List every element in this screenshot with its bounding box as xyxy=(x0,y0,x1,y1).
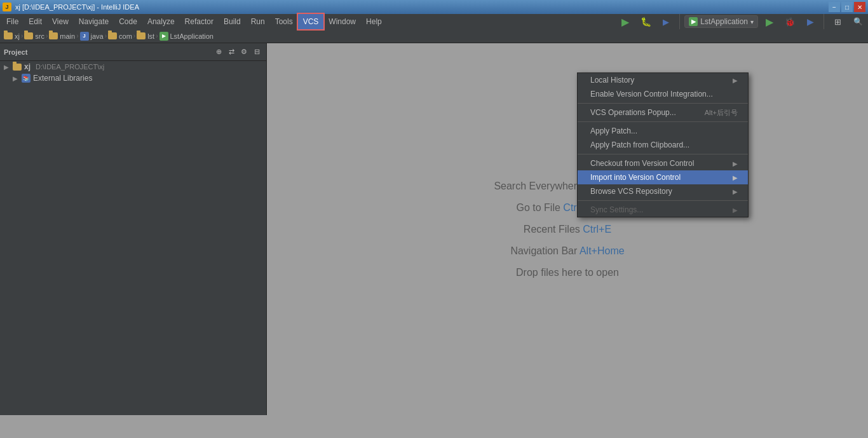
coverage-icon[interactable]: ▶ xyxy=(657,13,675,31)
sidebar-tools: ⊕ ⇄ ⚙ ⊟ xyxy=(213,46,262,58)
vcs-menu-apply-patch-clipboard[interactable]: Apply Patch from Clipboard... xyxy=(578,138,748,152)
title-bar-title: xj [D:\IDEA_PROJECT\xj] - IntelliJ IDEA xyxy=(15,3,139,11)
sidebar: Project ⊕ ⇄ ⚙ ⊟ ▶ xj D:\IDEA_PROJECT\xj … xyxy=(0,43,267,415)
search-button[interactable]: 🔍 xyxy=(849,13,867,31)
external-libs-icon: 📚 xyxy=(22,74,31,83)
app-selector[interactable]: ▶ LstApplication ▾ xyxy=(684,15,758,28)
app-run-icon: ▶ xyxy=(689,17,698,26)
folder-icon xyxy=(137,32,146,39)
menu-refactor[interactable]: Refactor xyxy=(180,14,219,29)
sidebar-tool-settings[interactable]: ⚙ xyxy=(238,46,250,58)
separator3 xyxy=(578,154,748,154)
vcs-menu-enable-vcs[interactable]: Enable Version Control Integration... xyxy=(578,87,748,101)
menu-edit[interactable]: Edit xyxy=(24,14,47,29)
project-name: xj xyxy=(24,62,31,71)
menu-file[interactable]: File xyxy=(1,14,24,29)
hint-drop: Drop files here to open xyxy=(516,267,619,278)
sidebar-title: Project xyxy=(4,48,27,56)
menu-build[interactable]: Build xyxy=(219,14,246,29)
title-bar-controls: − □ ✕ xyxy=(829,2,865,12)
menu-analyze[interactable]: Analyze xyxy=(142,14,180,29)
app-icon: J xyxy=(3,3,11,11)
maximize-button[interactable]: □ xyxy=(841,2,853,12)
breadcrumb-com[interactable]: com xyxy=(108,32,132,40)
separator2 xyxy=(578,121,748,122)
folder-icon xyxy=(24,32,33,39)
tree-arrow: ▶ xyxy=(13,75,19,82)
debug-icon[interactable]: ▶ xyxy=(616,13,634,31)
vcs-menu-operations-popup[interactable]: VCS Operations Popup... Alt+后引号 xyxy=(578,106,748,120)
breadcrumb-java[interactable]: J java xyxy=(80,32,104,41)
menu-window[interactable]: Window xyxy=(323,14,361,29)
breadcrumb-bar: xj › src › main › J java › com › lst › ▶… xyxy=(0,29,868,43)
folder-icon xyxy=(108,32,117,39)
breadcrumb-xj[interactable]: xj xyxy=(4,32,20,40)
folder-icon xyxy=(4,32,13,39)
coverage-run-button[interactable]: ▶ xyxy=(801,13,819,31)
folder-icon xyxy=(13,64,22,71)
database-icon[interactable]: ⊞ xyxy=(829,13,846,31)
hint-recent: Recent Files Ctrl+E xyxy=(524,224,611,235)
separator2 xyxy=(824,14,824,29)
project-path: D:\IDEA_PROJECT\xj xyxy=(36,63,104,71)
folder-icon xyxy=(49,32,58,39)
breadcrumb-lst[interactable]: lst xyxy=(137,32,154,40)
title-bar: J xj [D:\IDEA_PROJECT\xj] - IntelliJ IDE… xyxy=(0,0,868,14)
menu-help[interactable]: Help xyxy=(361,14,387,29)
bug-icon[interactable]: 🐛 xyxy=(637,13,654,31)
breadcrumb-main[interactable]: main xyxy=(49,32,75,40)
main-layout: Project ⊕ ⇄ ⚙ ⊟ ▶ xj D:\IDEA_PROJECT\xj … xyxy=(0,43,868,415)
close-button[interactable]: ✕ xyxy=(854,2,865,12)
vcs-menu-local-history[interactable]: Local History ▶ xyxy=(578,73,748,87)
tree-item-external[interactable]: ▶ 📚 External Libraries xyxy=(0,72,266,84)
content-area: Search Everywhere Double Shift Go to Fil… xyxy=(267,43,868,415)
app-selector-arrow: ▾ xyxy=(750,18,754,25)
menu-navigate[interactable]: Navigate xyxy=(74,14,114,29)
breadcrumb-src[interactable]: src xyxy=(24,32,44,40)
app-selector-label: LstApplication xyxy=(700,17,748,26)
hint-navbar: Navigation Bar Alt+Home xyxy=(510,245,624,257)
menu-bar: File Edit View Navigate Code Analyze Ref… xyxy=(0,14,868,29)
breadcrumb-lstapplication[interactable]: ▶ LstApplication xyxy=(159,32,214,41)
vcs-menu-apply-patch[interactable]: Apply Patch... xyxy=(578,124,748,138)
vcs-menu-import[interactable]: Import into Version Control ▶ xyxy=(578,170,748,184)
app-class-icon: ▶ xyxy=(159,32,168,41)
tree-item-xj[interactable]: ▶ xj D:\IDEA_PROJECT\xj xyxy=(0,61,266,72)
menu-tools[interactable]: Tools xyxy=(270,14,298,29)
sidebar-tool-add[interactable]: ⊕ xyxy=(213,46,224,58)
sidebar-tool-sync[interactable]: ⇄ xyxy=(226,46,237,58)
external-libraries-label: External Libraries xyxy=(33,74,92,83)
sidebar-tool-collapse[interactable]: ⊟ xyxy=(251,46,262,58)
tree-arrow: ▶ xyxy=(4,64,10,71)
vcs-menu-checkout[interactable]: Checkout from Version Control ▶ xyxy=(578,156,748,170)
separator xyxy=(679,14,680,29)
title-bar-left: J xj [D:\IDEA_PROJECT\xj] - IntelliJ IDE… xyxy=(3,3,139,11)
menu-vcs[interactable]: VCS xyxy=(298,14,324,29)
minimize-button[interactable]: − xyxy=(829,2,840,12)
menu-code[interactable]: Code xyxy=(114,14,142,29)
menu-view[interactable]: View xyxy=(47,14,74,29)
run-toolbar: ▶ 🐛 ▶ ▶ LstApplication ▾ ▶ 🐞 ▶ ⊞ 🔍 xyxy=(616,13,867,31)
menu-run[interactable]: Run xyxy=(246,14,270,29)
vcs-menu-sync: Sync Settings... ▶ xyxy=(578,203,748,217)
run-button[interactable]: ▶ xyxy=(761,13,778,31)
vcs-menu-browse[interactable]: Browse VCS Repository ▶ xyxy=(578,184,748,198)
separator1 xyxy=(578,103,748,104)
java-icon: J xyxy=(80,32,89,41)
separator4 xyxy=(578,200,748,201)
sidebar-header: Project ⊕ ⇄ ⚙ ⊟ xyxy=(0,43,266,61)
vcs-dropdown-menu: Local History ▶ Enable Version Control I… xyxy=(577,72,749,217)
debug-run-button[interactable]: 🐞 xyxy=(781,13,799,31)
